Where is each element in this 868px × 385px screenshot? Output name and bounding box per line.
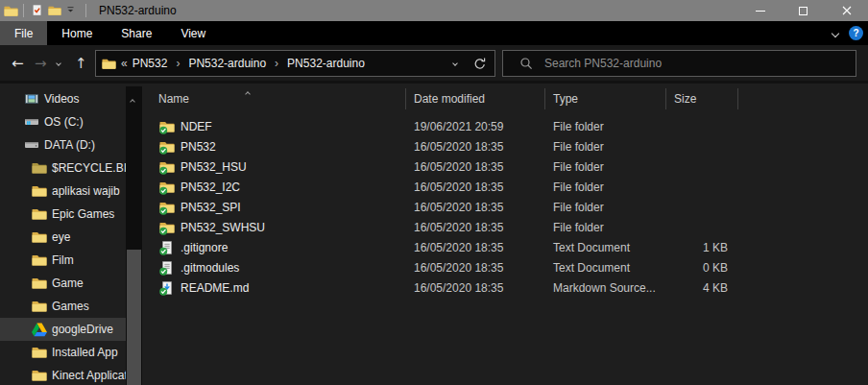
file-name: PN532_I2C [181, 178, 240, 198]
ribbon-tabs: FileHomeShareView ? [0, 21, 868, 45]
file-row[interactable]: PN532_SPI16/05/2020 18:35File folder [142, 198, 868, 218]
sidebar-item-label: Film [52, 253, 74, 267]
minimize-button[interactable] [738, 0, 782, 21]
qat-new-folder-icon[interactable] [46, 1, 63, 20]
sidebar-scrollbar[interactable] [126, 86, 142, 385]
folder-icon [32, 299, 47, 314]
file-type: File folder [553, 198, 604, 218]
back-button[interactable]: ← [12, 45, 24, 81]
sidebar-item-film[interactable]: Film [0, 249, 126, 272]
address-folder-icon [102, 57, 116, 71]
column-header-size[interactable]: Size [674, 86, 696, 111]
breadcrumb-separator-icon[interactable]: › [172, 57, 183, 70]
os-drive-icon [24, 114, 39, 130]
file-row[interactable]: .gitmodules16/05/2020 18:35Text Document… [142, 258, 868, 278]
breadcrumb-item[interactable]: PN532-arduino [282, 57, 370, 70]
sidebar-item-game[interactable]: Game [0, 272, 126, 295]
column-divider[interactable] [405, 88, 406, 109]
sidebar-item-epic-games[interactable]: Epic Games [0, 203, 126, 226]
maximize-button[interactable] [782, 0, 825, 21]
search-box [502, 50, 856, 77]
titlebar: PN532-arduino [0, 0, 868, 21]
file-type: File folder [553, 117, 604, 137]
file-date-modified: 19/06/2021 20:59 [414, 117, 503, 137]
explorer-window: PN532-arduino FileHomeShareView ? ← → ↑ … [0, 0, 868, 385]
qat-customize-icon[interactable] [63, 1, 81, 20]
sidebar-item-eye[interactable]: eye [0, 226, 126, 249]
file-date-modified: 16/05/2020 18:35 [414, 137, 503, 157]
sort-ascending-icon [246, 85, 250, 99]
sidebar-item-videos[interactable]: Videos [0, 87, 126, 110]
folder-synced-icon [159, 180, 175, 195]
column-divider[interactable] [544, 88, 545, 109]
file-name: PN532_SWHSU [181, 218, 265, 238]
markdown-synced-icon [159, 280, 175, 296]
folder-icon [32, 368, 47, 383]
ribbon-tab-home[interactable]: Home [47, 21, 107, 45]
window-title: PN532-arduino [99, 4, 177, 17]
sidebar-item-installed-app[interactable]: Installed App [0, 341, 126, 364]
sidebar-item-googledrive[interactable]: googleDrive [0, 318, 126, 341]
breadcrumb: PN532›PN532-arduino›PN532-arduino [128, 57, 370, 70]
scrollbar-thumb[interactable] [127, 250, 141, 385]
file-row[interactable]: README.md16/05/2020 18:35Markdown Source… [142, 278, 868, 299]
file-row[interactable]: PN532_SWHSU16/05/2020 18:35File folder [142, 218, 868, 238]
sidebar-item-label: eye [52, 230, 70, 244]
scrollbar-up-icon[interactable] [131, 90, 134, 108]
sidebar-item-label: Videos [44, 92, 79, 106]
sidebar-item-os-c-[interactable]: OS (C:) [0, 110, 126, 133]
file-name: .gitmodules [181, 258, 239, 278]
file-size: 1 KB [615, 238, 728, 258]
sidebar-item-kinect-applicat[interactable]: Kinect Applicat [0, 364, 126, 385]
file-list: NDEF19/06/2021 20:59File folderPN53216/0… [142, 117, 868, 299]
ribbon-tab-share[interactable]: Share [107, 21, 166, 45]
breadcrumb-item[interactable]: PN532 [128, 57, 173, 70]
navigation-pane: VideosOS (C:)DATA (D:)$RECYCLE.BINaplika… [0, 86, 126, 385]
file-pane: Name Date modified Type Size NDEF19/06/2… [142, 86, 868, 385]
address-dropdown-icon[interactable] [452, 60, 458, 66]
file-row[interactable]: PN532_HSU16/05/2020 18:35File folder [142, 157, 868, 178]
breadcrumb-item[interactable]: PN532-arduino [183, 57, 271, 70]
ribbon-tab-file[interactable]: File [0, 21, 47, 45]
minimize-ribbon-icon[interactable] [832, 29, 839, 36]
ribbon-tab-view[interactable]: View [166, 21, 220, 45]
file-name: NDEF [181, 117, 212, 137]
sidebar-item-games[interactable]: Games [0, 295, 126, 318]
column-header-type[interactable]: Type [553, 86, 578, 111]
help-icon[interactable]: ? [849, 26, 863, 40]
window-folder-icon [4, 4, 18, 18]
column-divider[interactable] [665, 88, 666, 109]
file-row[interactable]: PN53216/05/2020 18:35File folder [142, 137, 868, 157]
sidebar-item-aplikasi-wajib[interactable]: aplikasi wajib [0, 180, 126, 203]
maximize-icon [799, 7, 808, 15]
sidebar-item-data-d-[interactable]: DATA (D:) [0, 133, 126, 156]
column-header-name[interactable]: Name [158, 86, 189, 111]
breadcrumb-separator-icon[interactable]: › [271, 57, 282, 70]
file-row[interactable]: NDEF19/06/2021 20:59File folder [142, 117, 868, 137]
forward-button[interactable]: → [35, 45, 47, 81]
recent-locations-icon[interactable] [57, 45, 60, 81]
videos-icon [24, 91, 39, 107]
text-document-synced-icon [159, 260, 175, 276]
qat-properties-icon[interactable] [29, 1, 46, 20]
file-date-modified: 16/05/2020 18:35 [414, 157, 503, 178]
folder-icon [32, 345, 47, 360]
file-name: PN532_SPI [181, 198, 241, 218]
qat-separator [85, 4, 86, 17]
close-button[interactable] [825, 0, 868, 21]
sidebar-item-label: Installed App [52, 346, 118, 359]
file-row[interactable]: .gitignore16/05/2020 18:35Text Document1… [142, 238, 868, 258]
breadcrumb-collapsed-marker[interactable]: « [121, 57, 128, 70]
file-date-modified: 16/05/2020 18:35 [414, 218, 503, 238]
address-bar[interactable]: « PN532›PN532-arduino›PN532-arduino [95, 50, 495, 77]
file-row[interactable]: PN532_I2C16/05/2020 18:35File folder [142, 178, 868, 198]
search-input[interactable] [544, 57, 832, 70]
folder-synced-icon [159, 159, 175, 175]
sidebar-item-label: OS (C:) [44, 115, 84, 129]
sidebar-item--recycle-bin[interactable]: $RECYCLE.BIN [0, 156, 126, 180]
column-header-date-modified[interactable]: Date modified [414, 86, 485, 111]
refresh-icon[interactable] [472, 57, 487, 71]
up-button[interactable]: ↑ [75, 45, 87, 81]
file-date-modified: 16/05/2020 18:35 [414, 278, 503, 299]
column-divider[interactable] [737, 88, 738, 109]
